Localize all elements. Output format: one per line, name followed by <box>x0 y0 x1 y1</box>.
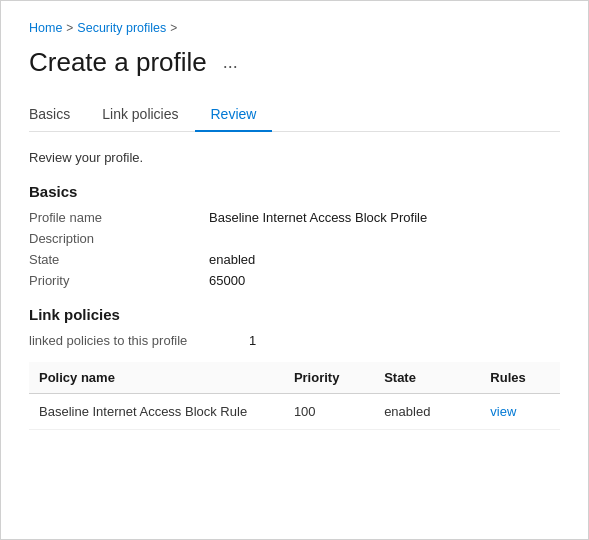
tab-review[interactable]: Review <box>195 98 273 132</box>
field-value-state: enabled <box>209 252 255 267</box>
col-header-rules: Rules <box>480 362 560 394</box>
link-policies-section: Link policies linked policies to this pr… <box>29 306 560 430</box>
linked-count-label: linked policies to this profile <box>29 333 249 348</box>
tab-link-policies[interactable]: Link policies <box>86 98 194 132</box>
breadcrumb-home[interactable]: Home <box>29 21 62 35</box>
field-value-profile-name: Baseline Internet Access Block Profile <box>209 210 427 225</box>
table-row: Baseline Internet Access Block Rule 100 … <box>29 394 560 430</box>
breadcrumb-sep-2: > <box>170 21 177 35</box>
col-header-policy-name: Policy name <box>29 362 284 394</box>
field-description: Description <box>29 231 560 246</box>
field-label-profile-name: Profile name <box>29 210 209 225</box>
policy-table: Policy name Priority State Rules Baselin… <box>29 362 560 430</box>
tab-basics[interactable]: Basics <box>29 98 86 132</box>
page-title: Create a profile <box>29 47 207 78</box>
col-header-priority: Priority <box>284 362 374 394</box>
cell-rules-view-link[interactable]: view <box>480 394 560 430</box>
link-policies-heading: Link policies <box>29 306 560 323</box>
tab-bar: Basics Link policies Review <box>29 98 560 132</box>
page-title-row: Create a profile ... <box>29 47 560 78</box>
field-label-description: Description <box>29 231 209 246</box>
cell-policy-name: Baseline Internet Access Block Rule <box>29 394 284 430</box>
cell-state: enabled <box>374 394 480 430</box>
field-value-priority: 65000 <box>209 273 245 288</box>
cell-priority: 100 <box>284 394 374 430</box>
linked-count-value: 1 <box>249 333 256 348</box>
breadcrumb-sep-1: > <box>66 21 73 35</box>
breadcrumb-security-profiles[interactable]: Security profiles <box>77 21 166 35</box>
main-window: Home > Security profiles > Create a prof… <box>0 0 589 540</box>
field-state: State enabled <box>29 252 560 267</box>
section-intro: Review your profile. <box>29 150 560 165</box>
basics-section: Basics Profile name Baseline Internet Ac… <box>29 183 560 288</box>
breadcrumb: Home > Security profiles > <box>29 21 560 35</box>
field-label-priority: Priority <box>29 273 209 288</box>
basics-heading: Basics <box>29 183 560 200</box>
linked-count-row: linked policies to this profile 1 <box>29 333 560 348</box>
field-profile-name: Profile name Baseline Internet Access Bl… <box>29 210 560 225</box>
field-label-state: State <box>29 252 209 267</box>
more-options-button[interactable]: ... <box>217 50 244 75</box>
field-priority: Priority 65000 <box>29 273 560 288</box>
col-header-state: State <box>374 362 480 394</box>
table-header-row: Policy name Priority State Rules <box>29 362 560 394</box>
